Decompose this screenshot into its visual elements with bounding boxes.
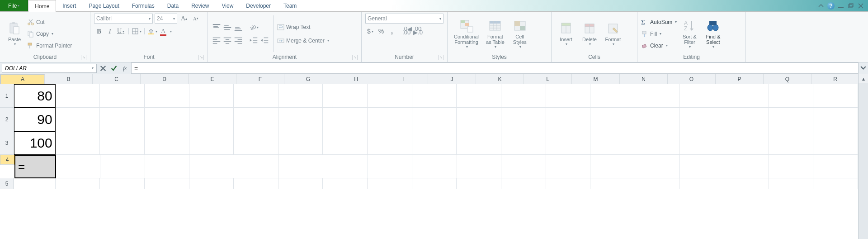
cell-M2[interactable] [546, 108, 591, 131]
cell-R2[interactable] [769, 108, 814, 131]
vertical-scrollbar[interactable]: ▴ [858, 74, 868, 239]
cell-E4[interactable] [189, 155, 234, 178]
borders-button[interactable]: ▾ [132, 26, 142, 36]
tab-insert[interactable]: Insert [56, 0, 82, 11]
accounting-format-button[interactable]: $▾ [365, 26, 375, 36]
fill-color-button[interactable]: ▾ [147, 26, 157, 36]
tab-view[interactable]: View [216, 0, 240, 11]
chevron-down-icon[interactable]: ▾ [92, 66, 94, 70]
cell-E1[interactable] [189, 84, 234, 108]
row-header-4[interactable]: 4 [0, 155, 14, 165]
cell-A2[interactable]: 90 [14, 108, 55, 131]
cell-J2[interactable] [412, 108, 457, 131]
scroll-up-icon[interactable]: ▴ [859, 74, 868, 83]
cell-C1[interactable] [100, 84, 145, 108]
restore-icon[interactable] [847, 2, 854, 10]
enter-formula-button[interactable] [110, 65, 118, 72]
fill-button[interactable]: Fill▾ [641, 29, 677, 39]
formula-input-wrap[interactable] [131, 62, 858, 74]
scroll-track[interactable] [859, 83, 868, 239]
cell-H2[interactable] [323, 108, 368, 131]
percent-format-button[interactable]: % [376, 26, 386, 36]
align-center-button[interactable] [222, 35, 232, 45]
merge-center-button[interactable]: Merge & Center▾ [277, 35, 329, 46]
cell-J4[interactable] [412, 155, 457, 178]
align-top-button[interactable] [212, 23, 222, 33]
cell-J1[interactable] [412, 84, 457, 108]
cell-J3[interactable] [412, 131, 457, 155]
cell-G5[interactable] [278, 178, 323, 189]
format-as-table-button[interactable]: Format as Table▾ [483, 18, 507, 50]
cell-H1[interactable] [323, 84, 368, 108]
cell-S5[interactable] [813, 178, 858, 189]
cell-D1[interactable] [145, 84, 189, 108]
cell-S4[interactable] [813, 155, 858, 178]
cell-D4[interactable] [145, 155, 190, 178]
dialog-launcher-icon[interactable]: ↘ [81, 55, 86, 60]
cell-N1[interactable] [590, 84, 635, 108]
cell-M1[interactable] [546, 84, 591, 108]
cell-P4[interactable] [680, 155, 725, 178]
align-left-button[interactable] [212, 35, 222, 45]
tab-developer[interactable]: Developer [240, 0, 277, 11]
cell-B3[interactable] [56, 131, 100, 155]
column-header-R[interactable]: R [811, 74, 858, 84]
cell-N5[interactable] [590, 178, 635, 189]
column-header-O[interactable]: O [668, 74, 716, 84]
cell-I2[interactable] [368, 108, 412, 131]
decrease-indent-button[interactable] [249, 35, 259, 45]
align-right-button[interactable] [233, 35, 243, 45]
cell-O1[interactable] [635, 84, 680, 108]
cell-E3[interactable] [189, 131, 234, 155]
cell-N3[interactable] [590, 131, 635, 155]
cell-C2[interactable] [100, 108, 145, 131]
row-header-2[interactable]: 2 [0, 108, 14, 131]
cell-B1[interactable] [56, 84, 100, 108]
grow-font-button[interactable]: A▴ [179, 14, 189, 24]
expand-formula-bar-button[interactable] [858, 62, 868, 74]
shrink-font-button[interactable]: A▾ [191, 14, 201, 24]
column-header-F[interactable]: F [236, 74, 284, 84]
wrap-text-button[interactable]: Wrap Text [277, 22, 329, 33]
column-header-E[interactable]: E [189, 74, 236, 84]
cell-R5[interactable] [769, 178, 814, 189]
cell-K5[interactable] [457, 178, 501, 189]
column-header-G[interactable]: G [284, 74, 332, 84]
cell-Q5[interactable] [724, 178, 769, 189]
column-header-M[interactable]: M [572, 74, 620, 84]
cell-L3[interactable] [501, 131, 546, 155]
cell-A5[interactable] [14, 178, 55, 189]
font-size-select[interactable]: ▾ [155, 14, 177, 24]
formula-input[interactable] [134, 65, 855, 72]
tab-page-layout[interactable]: Page Layout [82, 0, 125, 11]
cell-C4[interactable] [100, 155, 145, 178]
cell-P5[interactable] [679, 178, 724, 189]
cell-D2[interactable] [145, 108, 189, 131]
column-header-B[interactable]: B [45, 74, 93, 84]
cell-Q3[interactable] [724, 131, 769, 155]
cell-A4[interactable]: = [14, 155, 56, 178]
tab-home[interactable]: Home [28, 0, 56, 12]
cell-A1[interactable]: 80 [14, 84, 55, 108]
column-header-Q[interactable]: Q [764, 74, 811, 84]
column-header-N[interactable]: N [620, 74, 668, 84]
conditional-formatting-button[interactable]: Conditional Formatting▾ [451, 18, 481, 50]
format-cells-button[interactable]: Format▾ [602, 20, 624, 47]
increase-indent-button[interactable] [259, 35, 269, 45]
cell-R1[interactable] [769, 84, 814, 108]
tab-review[interactable]: Review [185, 0, 215, 11]
copy-button[interactable]: Copy▾ [27, 29, 72, 39]
cell-O2[interactable] [635, 108, 680, 131]
cell-H3[interactable] [323, 131, 368, 155]
orientation-button[interactable]: ab▾ [249, 23, 259, 33]
comma-format-button[interactable]: , [387, 26, 397, 36]
cell-I4[interactable] [368, 155, 413, 178]
cell-O4[interactable] [635, 155, 680, 178]
cell-H5[interactable] [323, 178, 368, 189]
cell-F1[interactable] [234, 84, 278, 108]
find-select-button[interactable]: Find & Select▾ [702, 18, 724, 50]
number-format-select[interactable]: ▾ [365, 14, 443, 24]
tab-data[interactable]: Data [161, 0, 185, 11]
cell-I3[interactable] [368, 131, 412, 155]
column-header-J[interactable]: J [428, 74, 476, 84]
